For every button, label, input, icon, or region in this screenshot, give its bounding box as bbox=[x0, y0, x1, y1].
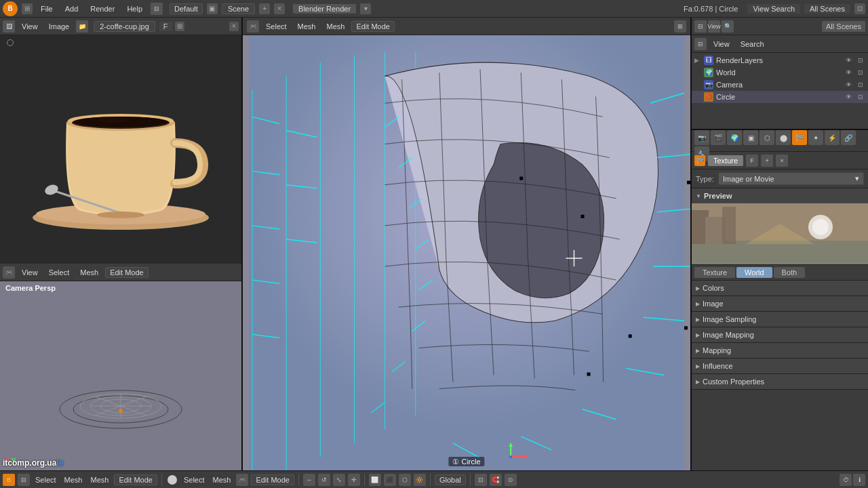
viewport-expand-btn[interactable]: ⊞ bbox=[674, 20, 686, 33]
bottom-info[interactable]: ℹ bbox=[853, 474, 865, 486]
image-filename[interactable]: 2-coffe-cup.jpg bbox=[94, 21, 155, 32]
view3d-select-menu[interactable]: Select bbox=[45, 267, 74, 278]
bottom-mode-right[interactable]: Edit Mode bbox=[251, 474, 294, 485]
menu-render[interactable]: Render bbox=[86, 3, 119, 14]
prop-render-icon[interactable]: 📷 bbox=[694, 130, 709, 145]
bottom-mesh-btn[interactable]: Mesh bbox=[210, 475, 234, 485]
prop-physics-icon[interactable]: ⚡ bbox=[825, 130, 840, 145]
image-f-btn[interactable]: F bbox=[159, 22, 172, 31]
bottom-snap[interactable]: 🧲 bbox=[490, 474, 502, 486]
image-menu[interactable]: Image bbox=[45, 21, 74, 32]
bottom-proportional[interactable]: ⊙ bbox=[505, 474, 517, 486]
outliner-item-world[interactable]: 🌍 World 👁 ⊡ bbox=[692, 66, 868, 79]
renderlayers-btn2[interactable]: ⊡ bbox=[856, 56, 865, 65]
texture-new-btn[interactable]: F bbox=[746, 155, 758, 167]
fullscreen-btn[interactable]: ⊡ bbox=[854, 3, 865, 14]
renderlayers-eye[interactable]: 👁 bbox=[844, 56, 853, 65]
viewport-mode[interactable]: Edit Mode bbox=[351, 21, 395, 32]
view3d-canvas[interactable]: Camera Persp bbox=[0, 281, 241, 470]
scene-remove[interactable]: × bbox=[274, 3, 285, 14]
colors-header[interactable]: ▶ Colors bbox=[692, 281, 868, 296]
menu-add[interactable]: Add bbox=[61, 3, 83, 14]
image-header[interactable]: ▶ Image bbox=[692, 296, 868, 311]
custom-properties-header[interactable]: ▶ Custom Properties bbox=[692, 374, 868, 389]
outliner-view-menu[interactable]: View bbox=[709, 39, 734, 49]
icon-layout[interactable]: ⊟ bbox=[151, 3, 163, 15]
outliner-icon[interactable]: ⊟ bbox=[694, 20, 707, 33]
camera-eye[interactable]: 👁 bbox=[844, 80, 853, 89]
prop-object-icon[interactable]: ▣ bbox=[743, 130, 758, 145]
world-eye[interactable]: 👁 bbox=[844, 68, 853, 77]
circle-btn2[interactable]: ⊡ bbox=[856, 92, 865, 102]
menu-help[interactable]: Help bbox=[123, 3, 146, 14]
search-btn[interactable]: 🔍 bbox=[722, 20, 734, 33]
bottom-view-menu[interactable]: Select bbox=[33, 475, 59, 485]
bottom-select-menu[interactable]: Mesh bbox=[62, 475, 85, 485]
image-sampling-header[interactable]: ▶ Image Sampling bbox=[692, 312, 868, 327]
render-engine-select[interactable]: Blender Render bbox=[293, 4, 356, 14]
bottom-select-btn[interactable]: Select bbox=[181, 475, 208, 485]
prop-material-icon[interactable]: ⬤ bbox=[776, 130, 791, 145]
mapping-header[interactable]: ▶ Mapping bbox=[692, 343, 868, 358]
prop-constraint-icon[interactable]: 🔗 bbox=[841, 130, 856, 145]
world-tab-both[interactable]: Both bbox=[774, 267, 806, 278]
outliner-item-camera[interactable]: 📷 Camera 👁 ⊡ bbox=[692, 79, 868, 91]
texture-add-btn[interactable]: + bbox=[761, 155, 773, 167]
texture-tab-texture[interactable]: Texture bbox=[708, 155, 743, 166]
viewport-view-menu[interactable]: Select bbox=[262, 21, 291, 32]
circle-eye[interactable]: 👁 bbox=[844, 92, 853, 102]
render-expand[interactable]: ▾ bbox=[360, 3, 371, 14]
viewport-mesh-menu[interactable]: Mesh bbox=[322, 21, 349, 32]
view3d-view-menu[interactable]: View bbox=[18, 267, 42, 278]
viewport-shade-render[interactable]: 🔆 bbox=[414, 474, 426, 486]
tool-translate[interactable]: ↔ bbox=[303, 474, 315, 486]
image-view-menu[interactable]: View bbox=[18, 21, 42, 32]
image-close-btn[interactable]: × bbox=[229, 22, 239, 31]
outliner-item-circle[interactable]: ⭕ Circle 👁 ⊡ bbox=[692, 91, 868, 103]
tool-scale[interactable]: ⤡ bbox=[333, 474, 345, 486]
bottom-global-select[interactable]: Global bbox=[435, 474, 466, 485]
dot-indicator[interactable] bbox=[167, 475, 177, 485]
world-tab-texture[interactable]: Texture bbox=[694, 267, 735, 278]
menu-file[interactable]: File bbox=[37, 3, 57, 14]
prop-mesh-icon[interactable]: ⬡ bbox=[760, 130, 774, 145]
bottom-logo[interactable]: B bbox=[3, 474, 15, 486]
all-scenes-btn[interactable]: All Scenes bbox=[804, 4, 850, 14]
menu-toggle[interactable]: ⊞ bbox=[22, 3, 33, 14]
influence-header[interactable]: ▶ Influence bbox=[692, 359, 868, 373]
view-btn[interactable]: View bbox=[708, 20, 720, 33]
view3d-mode[interactable]: Edit Mode bbox=[105, 267, 149, 278]
bottom-view-icon[interactable]: ⊟ bbox=[18, 474, 30, 486]
bottom-timeline[interactable]: ⏱ bbox=[840, 474, 852, 486]
prop-texture-icon[interactable]: 🏁 bbox=[792, 130, 807, 145]
prop-particle-icon[interactable]: ✦ bbox=[808, 130, 823, 145]
viewport-shade-wire[interactable]: ⬜ bbox=[369, 474, 381, 486]
prop-scene-icon[interactable]: 🎬 bbox=[711, 130, 726, 145]
texture-close-btn[interactable]: × bbox=[776, 155, 788, 167]
prop-world-icon[interactable]: 🌍 bbox=[727, 130, 742, 145]
engine-select[interactable]: Default bbox=[170, 3, 203, 14]
tool-transform[interactable]: ✛ bbox=[348, 474, 360, 486]
outliner-search-menu[interactable]: Search bbox=[736, 39, 768, 49]
view3d-mesh-menu[interactable]: Mesh bbox=[76, 267, 102, 278]
viewport-select-menu[interactable]: Mesh bbox=[294, 21, 320, 32]
viewport-shade-texture[interactable]: ⬡ bbox=[399, 474, 411, 486]
bottom-mesh-menu[interactable]: Mesh bbox=[87, 475, 111, 485]
camera-btn2[interactable]: ⊡ bbox=[856, 80, 865, 89]
bottom-xray[interactable]: ⊡ bbox=[475, 474, 487, 486]
view-search-btn[interactable]: View Search bbox=[747, 4, 800, 14]
all-scenes-right-btn[interactable]: All Scenes bbox=[822, 21, 865, 32]
outliner-item-renderlayers[interactable]: ▶ 🎞 RenderLayers 👁 ⊡ bbox=[692, 54, 868, 66]
world-tab-world[interactable]: World bbox=[736, 267, 772, 278]
image-file-icon[interactable]: 📁 bbox=[76, 20, 88, 33]
image-expand-btn[interactable]: ⊞ bbox=[175, 22, 184, 31]
scene-name[interactable]: Scene bbox=[222, 3, 255, 14]
tool-rotate[interactable]: ↺ bbox=[318, 474, 330, 486]
bottom-mode-left[interactable]: Edit Mode bbox=[114, 474, 157, 485]
viewport-shade-solid[interactable]: ⬛ bbox=[384, 474, 396, 486]
bottom-3d-icon[interactable]: 🎮 bbox=[236, 474, 248, 486]
texture-type-dropdown[interactable]: Image or Movie ▾ bbox=[718, 172, 864, 185]
main-3d-viewport[interactable]: Front Ortho bbox=[243, 35, 690, 470]
scene-add[interactable]: + bbox=[259, 3, 270, 14]
preview-header[interactable]: ▼ Preview bbox=[692, 188, 868, 203]
